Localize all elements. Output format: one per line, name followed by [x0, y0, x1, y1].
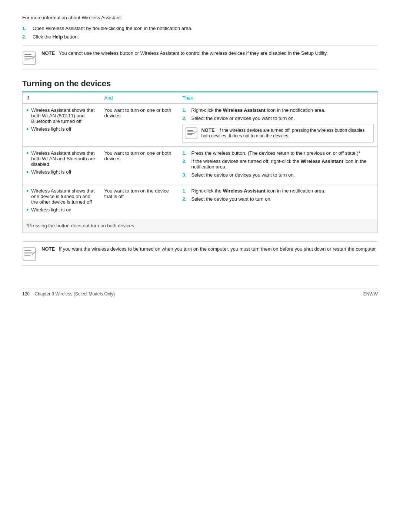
row3-if-bullet-1: • Wireless Assistant shows that one devi… [26, 188, 97, 205]
intro-step-1: 1. Open Wireless Assistant by double-cli… [22, 26, 378, 31]
intro-text: For more information about Wireless Assi… [22, 15, 378, 20]
svg-rect-1 [24, 54, 31, 55]
row3-then-1: 1. Right-click the Wireless Assistant ic… [182, 188, 374, 194]
row1-then-2: 2. Select the device or devices you want… [182, 116, 374, 121]
inner-note-text-1: If the wireless devices are turned off, … [201, 128, 364, 138]
row1-then: 1. Right-click the Wireless Assistant ic… [179, 104, 377, 147]
row2-then-3: 3. Select the device or devices you want… [182, 172, 374, 178]
step-num-1: 1. [22, 26, 33, 31]
row2-if-bullet-2: • Wireless light is off [26, 169, 97, 175]
bullet-dot: • [26, 150, 29, 157]
row1-if: • Wireless Assistant shows that both WLA… [23, 104, 101, 147]
top-note-content: NOTE You cannot use the wireless button … [41, 50, 328, 56]
top-note-box: NOTE You cannot use the wireless button … [22, 46, 378, 70]
svg-rect-6 [187, 130, 193, 131]
row3-and: You want to turn on the device that is o… [100, 184, 179, 220]
bottom-note-box: NOTE If you want the wireless devices to… [22, 241, 378, 266]
svg-rect-9 [187, 134, 192, 135]
table-header-row: If And Then [23, 93, 378, 104]
svg-rect-4 [24, 60, 30, 60]
inner-note-row1: NOTE If the wireless devices are turned … [182, 124, 374, 143]
row3-if: • Wireless Assistant shows that one devi… [23, 184, 101, 220]
top-note-text: You cannot use the wireless button or Wi… [56, 50, 328, 56]
row3-if-bullet-2: • Wireless light is on [26, 207, 97, 213]
section-title: Turning on the devices [22, 79, 378, 92]
step-num-2: 2. [22, 34, 33, 40]
bottom-note-label: NOTE [41, 246, 55, 252]
bottom-note-text: If you want the wireless devices to be t… [56, 246, 377, 252]
svg-rect-8 [187, 133, 194, 134]
svg-rect-7 [187, 131, 194, 132]
bullet-dot: • [26, 207, 29, 213]
footer-page-chapter: 120 Chapter 9 Wireless (Select Models On… [22, 291, 115, 297]
row1-if-bullet-2: • Wireless light is off [26, 126, 97, 133]
table-row-1: • Wireless Assistant shows that both WLA… [23, 104, 378, 147]
svg-rect-11 [24, 250, 31, 251]
row2-and: You want to turn on one or both devices [100, 147, 179, 184]
row1-and: You want to turn on one or both devices [100, 104, 179, 147]
col-then-header: Then [179, 93, 377, 104]
table-footnote-row: *Pressing the button does not turn on bo… [23, 219, 378, 232]
row2-if-bullet-1: • Wireless Assistant shows that both WLA… [26, 150, 97, 167]
bottom-note-content: NOTE If you want the wireless devices to… [41, 246, 377, 252]
note-icon-top [22, 51, 36, 65]
svg-rect-2 [24, 56, 33, 57]
inner-note-content-1: NOTE If the wireless devices are turned … [201, 127, 370, 138]
col-and-header: And [100, 93, 179, 104]
table-row-3: • Wireless Assistant shows that one devi… [23, 184, 378, 220]
intro-steps: 1. Open Wireless Assistant by double-cli… [22, 26, 378, 40]
bullet-dot: • [26, 169, 29, 175]
svg-rect-3 [24, 58, 33, 58]
footer-right: ENWW [363, 291, 378, 297]
note-icon-bottom [22, 247, 36, 261]
svg-rect-13 [24, 254, 33, 254]
bullet-dot: • [26, 107, 29, 114]
table-row-2: • Wireless Assistant shows that both WLA… [23, 147, 378, 184]
svg-rect-14 [24, 255, 30, 256]
footer-bar: 120 Chapter 9 Wireless (Select Models On… [22, 288, 378, 297]
row1-then-1: 1. Right-click the Wireless Assistant ic… [182, 107, 374, 113]
bullet-dot: • [26, 188, 29, 194]
row3-then-2: 2. Select the device you want to turn on… [182, 196, 374, 202]
col-if-header: If [23, 93, 101, 104]
step-text-1: Open Wireless Assistant by double-clicki… [33, 26, 192, 31]
row3-then: 1. Right-click the Wireless Assistant ic… [179, 184, 377, 220]
bullet-dot: • [26, 126, 29, 133]
main-table: If And Then • Wireless Assistant shows t… [22, 92, 378, 232]
row2-then: 1. Press the wireless button. (The devic… [179, 147, 377, 184]
row1-if-bullet-1: • Wireless Assistant shows that both WLA… [26, 107, 97, 124]
intro-step-2: 2. Click the Help button. [22, 34, 378, 40]
table-footnote: *Pressing the button does not turn on bo… [23, 219, 378, 232]
top-note-label: NOTE [41, 50, 55, 56]
row2-if: • Wireless Assistant shows that both WLA… [23, 147, 101, 184]
svg-rect-12 [24, 252, 33, 252]
inner-note-label-1: NOTE [201, 127, 214, 133]
inner-note-icon-1 [186, 127, 197, 139]
row2-then-2: 2. If the wireless devices are turned of… [182, 158, 374, 170]
step-text-2: Click the Help button. [33, 34, 79, 40]
row2-then-1: 1. Press the wireless button. (The devic… [182, 150, 374, 156]
